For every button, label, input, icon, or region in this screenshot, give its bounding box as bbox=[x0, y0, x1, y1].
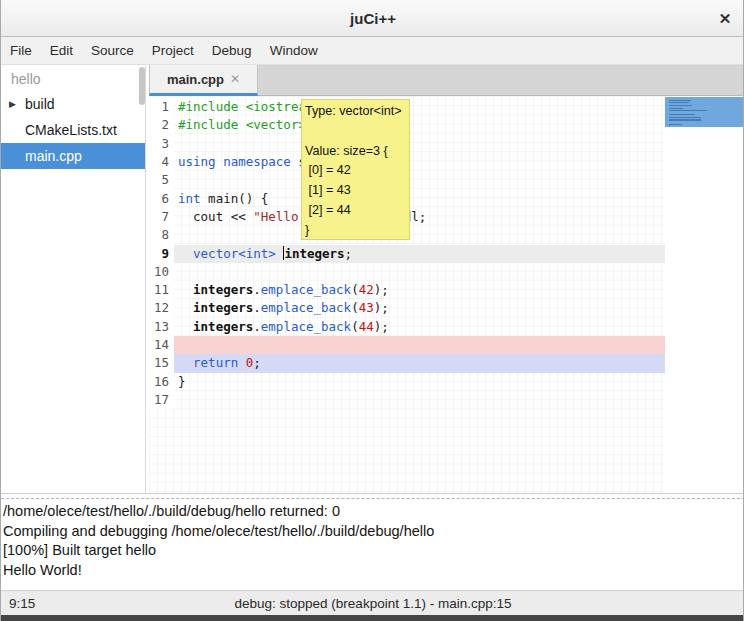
tooltip-line bbox=[305, 122, 406, 142]
code-text[interactable]: integers.emplace_back(42); bbox=[174, 281, 665, 299]
line-number[interactable]: 8 bbox=[149, 226, 174, 244]
minimap-code-line bbox=[669, 125, 670, 126]
minimap-code-line bbox=[669, 120, 701, 121]
code-line: 16} bbox=[149, 373, 744, 391]
code-token: integers bbox=[284, 246, 344, 261]
line-number[interactable]: 15 bbox=[149, 354, 174, 372]
code-token: emplace_back bbox=[261, 300, 351, 315]
code-text[interactable]: integers.emplace_back(44); bbox=[174, 318, 665, 336]
code-token: emplace_back bbox=[261, 319, 351, 334]
code-text[interactable] bbox=[174, 135, 665, 153]
code-text[interactable]: } bbox=[174, 373, 665, 391]
code-text[interactable] bbox=[174, 226, 665, 244]
code-token bbox=[178, 319, 193, 334]
code-text[interactable]: return 0; bbox=[174, 354, 665, 372]
minimap-viewport[interactable] bbox=[665, 97, 744, 127]
line-number[interactable]: 11 bbox=[149, 281, 174, 299]
tooltip-line: Value: size=3 { bbox=[305, 142, 406, 162]
code-text[interactable]: #include <iostream> bbox=[174, 98, 665, 116]
minimap[interactable] bbox=[665, 96, 744, 493]
sidebar-scrollbar[interactable] bbox=[139, 67, 145, 105]
code-line: 5 bbox=[149, 171, 744, 189]
code-text[interactable] bbox=[174, 263, 665, 281]
menu-item-edit[interactable]: Edit bbox=[41, 37, 82, 65]
title-bar[interactable]: juCi++ ✕ bbox=[1, 0, 744, 37]
line-number[interactable]: 2 bbox=[149, 116, 174, 134]
code-text[interactable]: using namespace std; bbox=[174, 153, 665, 171]
line-number[interactable]: 7 bbox=[149, 208, 174, 226]
code-token bbox=[238, 355, 246, 370]
code-text[interactable]: #include <vector> bbox=[174, 116, 665, 134]
code-token: 43 bbox=[359, 300, 374, 315]
code-text[interactable] bbox=[174, 391, 665, 409]
tree-item-build[interactable]: ▶build bbox=[1, 91, 145, 117]
line-number[interactable]: 12 bbox=[149, 299, 174, 317]
code-token: ( bbox=[351, 300, 359, 315]
code-token: ); bbox=[374, 282, 389, 297]
tab-label: main.cpp bbox=[167, 72, 224, 87]
code-text[interactable]: int main() { bbox=[174, 190, 665, 208]
code-token: emplace_back bbox=[261, 282, 351, 297]
project-name-entry[interactable]: hello bbox=[1, 67, 145, 91]
tab-main-cpp[interactable]: main.cpp ✕ bbox=[149, 65, 258, 96]
expander-triangle-icon[interactable]: ▶ bbox=[9, 91, 16, 117]
code-text[interactable] bbox=[174, 171, 665, 189]
code-token: using namespace bbox=[178, 154, 291, 169]
code-text[interactable]: vector<int> integers; bbox=[174, 245, 665, 263]
code-line: 6int main() { bbox=[149, 190, 744, 208]
line-number[interactable]: 10 bbox=[149, 263, 174, 281]
tooltip-line: [0] = 42 bbox=[305, 161, 406, 181]
code-text[interactable]: integers.emplace_back(43); bbox=[174, 299, 665, 317]
menu-item-window[interactable]: Window bbox=[261, 37, 327, 65]
tree-item-cmakelists-txt[interactable]: CMakeLists.txt bbox=[1, 117, 145, 143]
line-number[interactable]: 9 bbox=[149, 245, 174, 263]
line-number[interactable]: 1 bbox=[149, 98, 174, 116]
output-panel[interactable]: /home/olece/test/hello/./build/debug/hel… bbox=[1, 500, 744, 590]
code-token bbox=[178, 355, 193, 370]
line-number[interactable]: 4 bbox=[149, 153, 174, 171]
line-number[interactable]: 3 bbox=[149, 135, 174, 153]
tree-item-label: main.cpp bbox=[25, 148, 82, 164]
code-line: 15 return 0; bbox=[149, 354, 744, 372]
line-number[interactable]: 17 bbox=[149, 391, 174, 409]
code-token: #include <iostream> bbox=[178, 99, 321, 114]
output-line: /home/olece/test/hello/./build/debug/hel… bbox=[3, 502, 743, 522]
code-token: integers bbox=[193, 319, 253, 334]
code-line: 7 cout << "Hello World!" << endl; bbox=[149, 208, 744, 226]
pane-separator[interactable] bbox=[1, 493, 744, 500]
menu-item-source[interactable]: Source bbox=[82, 37, 143, 65]
code-token: 42 bbox=[359, 282, 374, 297]
close-icon[interactable]: ✕ bbox=[715, 9, 735, 29]
code-token: int bbox=[178, 191, 201, 206]
code-token: ; bbox=[345, 246, 353, 261]
line-number[interactable]: 13 bbox=[149, 318, 174, 336]
menu-item-file[interactable]: File bbox=[1, 37, 41, 65]
code-token: return bbox=[193, 355, 238, 370]
code-token: cout << bbox=[178, 209, 253, 224]
window-bottom-edge bbox=[1, 615, 744, 621]
tree-item-main-cpp[interactable]: main.cpp bbox=[1, 143, 145, 169]
tab-close-icon[interactable]: ✕ bbox=[230, 72, 240, 86]
tooltip-line: [2] = 44 bbox=[305, 201, 406, 221]
code-line: 10 bbox=[149, 263, 744, 281]
tree-item-label: build bbox=[25, 96, 55, 112]
line-number[interactable]: 16 bbox=[149, 373, 174, 391]
code-line: 11 integers.emplace_back(42); bbox=[149, 281, 744, 299]
window-title: juCi++ bbox=[350, 10, 396, 27]
code-editor[interactable]: 1#include <iostream>2#include <vector>34… bbox=[149, 96, 744, 493]
code-token: integers bbox=[193, 300, 253, 315]
code-token: #include <vector> bbox=[178, 117, 306, 132]
file-tree-sidebar[interactable]: hello ▶buildCMakeLists.txtmain.cpp bbox=[1, 65, 146, 493]
code-text[interactable]: cout << "Hello World!" << endl; bbox=[174, 208, 665, 226]
line-number[interactable]: 5 bbox=[149, 171, 174, 189]
line-number[interactable]: 14 bbox=[149, 336, 174, 354]
code-token: ; bbox=[253, 355, 261, 370]
line-number[interactable]: 6 bbox=[149, 190, 174, 208]
menu-item-project[interactable]: Project bbox=[143, 37, 203, 65]
file-tree: ▶buildCMakeLists.txtmain.cpp bbox=[1, 91, 145, 169]
code-token: } bbox=[178, 374, 186, 389]
editor-pane: main.cpp ✕ 1#include <iostream>2#include… bbox=[149, 65, 744, 493]
code-token bbox=[178, 300, 193, 315]
menu-item-debug[interactable]: Debug bbox=[203, 37, 261, 65]
code-text[interactable] bbox=[174, 336, 665, 354]
